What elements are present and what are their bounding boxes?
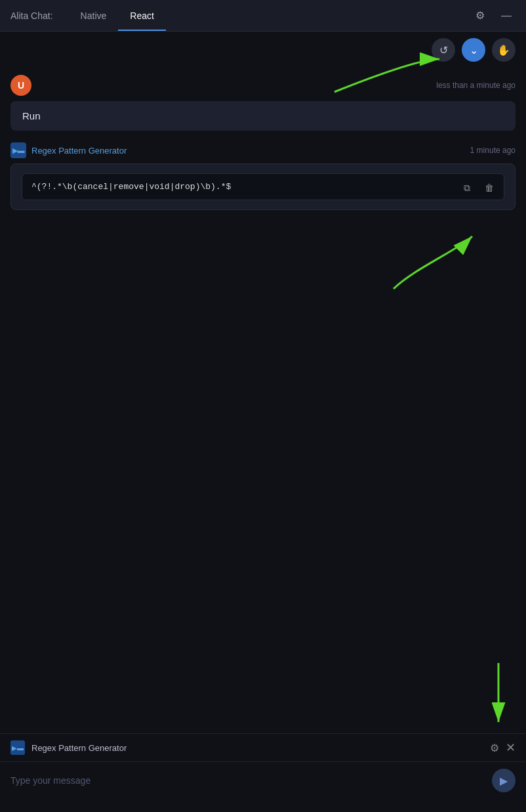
hand-button[interactable]: ✋ xyxy=(492,38,516,62)
code-content: ^(?!.*\b(cancel|remove|void|drop)\b).*$ xyxy=(31,182,231,192)
chevron-down-button[interactable]: ⌄ xyxy=(462,38,485,62)
ai-agent-icon: ▶▬ xyxy=(10,142,26,158)
agent-settings-button[interactable]: ⚙ xyxy=(490,742,499,754)
user-message-timestamp: less than a minute ago xyxy=(436,81,516,90)
bottom-agent-icon: ▶▬ xyxy=(10,740,25,755)
bottom-agent-name: Regex Pattern Generator xyxy=(31,743,483,753)
ai-message-block: ▶▬ Regex Pattern Generator 1 minute ago … xyxy=(10,142,516,210)
settings-icon[interactable]: ⚙ xyxy=(471,7,489,25)
title-bar: Alita Chat: Native React ⚙ — xyxy=(0,0,526,32)
tab-react[interactable]: React xyxy=(118,0,166,31)
agent-close-button[interactable]: ✕ xyxy=(506,740,516,755)
copy-button[interactable]: ⧉ xyxy=(458,179,476,198)
code-block: ^(?!.*\b(cancel|remove|void|drop)\b).*$ … xyxy=(22,173,504,200)
user-avatar: U xyxy=(10,75,31,96)
user-message-bubble: Run xyxy=(10,101,516,131)
tab-list: Native React xyxy=(69,0,166,31)
agent-bar: ▶▬ Regex Pattern Generator ⚙ ✕ xyxy=(0,734,526,762)
input-bar: ▶ xyxy=(0,762,526,799)
ai-message-content: ^(?!.*\b(cancel|remove|void|drop)\b).*$ … xyxy=(10,163,516,210)
title-bar-actions: ⚙ — xyxy=(471,7,516,25)
ai-message-timestamp: 1 minute ago xyxy=(470,146,516,155)
ai-name-tag: ▶▬ Regex Pattern Generator xyxy=(10,142,127,158)
top-action-bar: ↺ ⌄ ✋ xyxy=(0,32,526,64)
app-name: Alita Chat: xyxy=(10,11,53,21)
user-message-header: U less than a minute ago xyxy=(10,75,516,96)
code-actions: ⧉ 🗑 xyxy=(458,179,498,198)
ai-message-header: ▶▬ Regex Pattern Generator 1 minute ago xyxy=(10,142,516,158)
tab-native[interactable]: Native xyxy=(69,0,119,31)
ai-agent-name: Regex Pattern Generator xyxy=(31,146,127,156)
delete-button[interactable]: 🗑 xyxy=(480,179,498,198)
bottom-bar: ▶▬ Regex Pattern Generator ⚙ ✕ ▶ xyxy=(0,733,526,812)
minimize-icon[interactable]: — xyxy=(497,7,516,25)
chat-area[interactable]: U less than a minute ago Run ▶▬ Regex Pa… xyxy=(0,64,526,766)
refresh-button[interactable]: ↺ xyxy=(432,38,455,62)
message-input[interactable] xyxy=(10,775,492,786)
user-message-block: U less than a minute ago Run xyxy=(10,75,516,131)
send-icon: ▶ xyxy=(500,775,508,787)
send-button[interactable]: ▶ xyxy=(492,769,516,792)
